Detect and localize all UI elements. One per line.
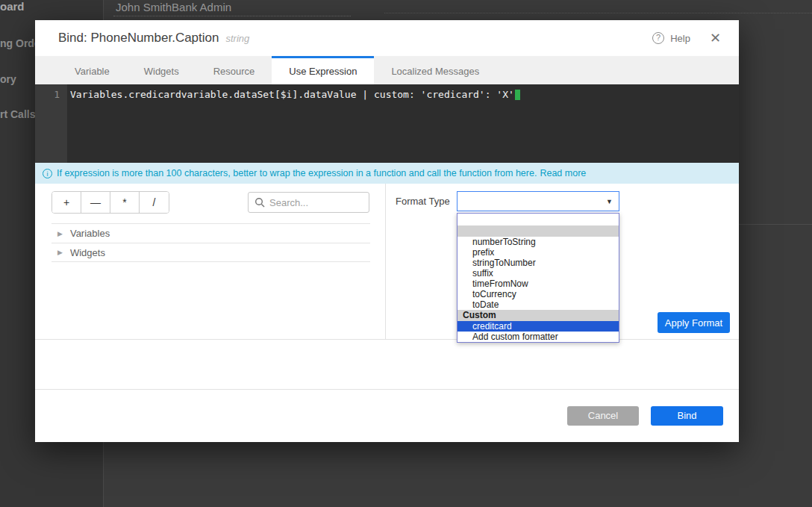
multiply-operator-button[interactable]: *	[110, 192, 140, 213]
sidebar-item-dashboard[interactable]: oard	[0, 0, 25, 13]
dropdown-option-tocurrency[interactable]: toCurrency	[457, 289, 619, 299]
background-divider	[739, 224, 812, 225]
bind-source-tree: ▶ Variables ▶ Widgets	[51, 223, 370, 262]
dialog-content: + — * / ▶ Variables ▶ Widgets	[35, 184, 739, 340]
help-link[interactable]: Help	[670, 33, 690, 44]
caret-down-icon: ▼	[606, 198, 613, 205]
dropdown-option-todate[interactable]: toDate	[457, 299, 619, 310]
sidebar-item-alert-calls[interactable]: rt Calls	[0, 108, 35, 120]
tree-item-label: Widgets	[70, 247, 105, 258]
expression-tools-panel: + — * / ▶ Variables ▶ Widgets	[35, 184, 386, 339]
dropdown-option-empty[interactable]	[457, 214, 619, 225]
divide-operator-button[interactable]: /	[140, 192, 169, 213]
help-icon[interactable]: ?	[652, 32, 664, 44]
close-icon[interactable]: ✕	[710, 32, 721, 44]
background-field-underline-2	[384, 13, 812, 13]
search-box	[248, 192, 369, 213]
bind-button[interactable]: Bind	[651, 406, 723, 426]
dropdown-option-add-custom-formatter[interactable]: Add custom formatter	[457, 332, 619, 342]
dropdown-group-default	[457, 225, 619, 237]
background-field-underline	[113, 16, 351, 16]
editor-line-number: 1	[35, 84, 67, 163]
dropdown-option-prefix[interactable]: prefix	[457, 247, 619, 258]
background-user-text: John SmithBank Admin	[116, 1, 231, 13]
text-cursor	[515, 90, 520, 100]
dialog-type-label: string	[225, 33, 249, 44]
tree-item-variables[interactable]: ▶ Variables	[51, 223, 370, 243]
dropdown-option-creditcard[interactable]: creditcard	[457, 321, 619, 332]
dialog-header: Bind: PhoneNumber.Caption string ? Help …	[35, 20, 739, 56]
cancel-button[interactable]: Cancel	[567, 406, 639, 426]
editor-code-line[interactable]: Variables.credicardvariable.dataSet[$i].…	[67, 84, 520, 163]
format-type-select[interactable]: ▼	[457, 191, 619, 211]
operator-button-group: + — * /	[51, 191, 169, 214]
info-text: If expression is more than 100 character…	[57, 168, 537, 178]
dropdown-group-custom: Custom	[457, 310, 619, 321]
format-type-label: Format Type	[396, 196, 450, 207]
minus-operator-button[interactable]: —	[81, 192, 110, 213]
dropdown-option-numbertostring[interactable]: numberToString	[457, 237, 619, 247]
dropdown-option-timefromnow[interactable]: timeFromNow	[457, 279, 619, 289]
search-icon	[254, 197, 265, 208]
info-icon: i	[43, 169, 52, 178]
dropdown-option-stringtonumber[interactable]: stringToNumber	[457, 258, 619, 268]
tab-widgets[interactable]: Widgets	[127, 56, 196, 84]
dialog-footer: Cancel Bind	[35, 389, 739, 441]
read-more-link[interactable]: Read more	[540, 168, 586, 178]
dialog-title: Bind: PhoneNumber.Caption	[58, 31, 219, 46]
chevron-right-icon[interactable]: ▶	[57, 249, 63, 256]
expression-text: Variables.credicardvariable.dataSet[$i].…	[70, 89, 514, 100]
tree-item-label: Variables	[70, 228, 110, 239]
tab-variable[interactable]: Variable	[57, 56, 127, 84]
tab-resource[interactable]: Resource	[196, 56, 272, 84]
search-input[interactable]	[269, 197, 363, 208]
apply-format-button[interactable]: Apply Format	[658, 312, 730, 333]
plus-operator-button[interactable]: +	[52, 192, 81, 213]
bind-dialog: Bind: PhoneNumber.Caption string ? Help …	[35, 20, 739, 442]
info-bar: i If expression is more than 100 charact…	[35, 163, 739, 184]
content-spacer	[35, 340, 739, 389]
dialog-tab-bar: Variable Widgets Resource Use Expression…	[35, 56, 739, 84]
sidebar-item-history[interactable]: ory	[0, 73, 16, 85]
tree-item-widgets[interactable]: ▶ Widgets	[51, 243, 370, 262]
expression-editor[interactable]: 1 Variables.credicardvariable.dataSet[$i…	[35, 84, 739, 163]
format-type-dropdown-list: numberToString prefix stringToNumber suf…	[457, 213, 619, 343]
tab-localized-messages[interactable]: Localized Messages	[374, 56, 496, 84]
dropdown-option-suffix[interactable]: suffix	[457, 268, 619, 279]
tab-use-expression[interactable]: Use Expression	[272, 56, 374, 84]
chevron-right-icon[interactable]: ▶	[57, 230, 63, 237]
